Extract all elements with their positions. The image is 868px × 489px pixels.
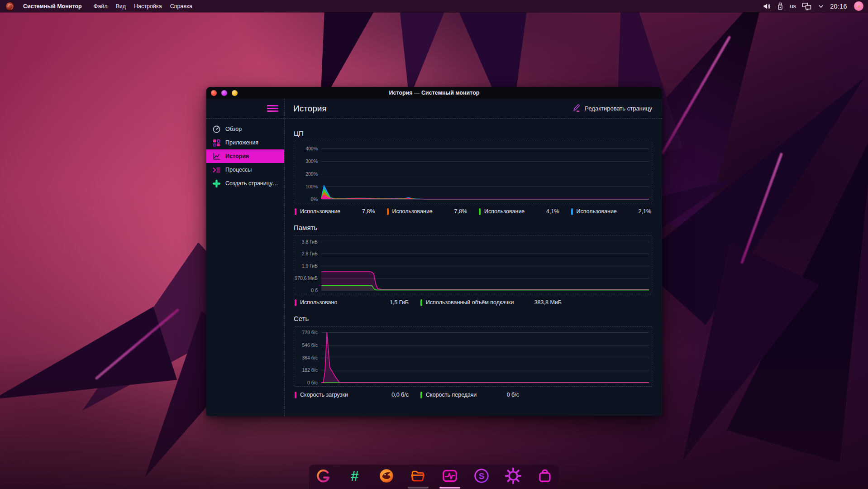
pencil-icon: [572, 104, 581, 114]
s-badge-icon: S: [473, 467, 490, 486]
distro-logo-icon[interactable]: [5, 2, 14, 11]
legend-value: 1,5 ГиБ: [385, 299, 409, 306]
gear-icon: [505, 467, 522, 486]
dragon-icon: [378, 467, 395, 486]
svg-text:S: S: [479, 471, 485, 481]
network-section-title: Сеть: [294, 315, 652, 322]
legend-swatch: [420, 392, 422, 398]
swirl-g-icon: [315, 467, 332, 486]
dock-active-indicator: [439, 487, 460, 489]
cpu-section-title: ЦП: [294, 129, 652, 137]
memory-legend: Использовано 1,5 ГиБ Использованный объё…: [295, 297, 651, 307]
legend-label: Использование: [577, 208, 617, 215]
cpu-history-chart: 400%300%200%100%0%: [294, 141, 652, 203]
sidebar: Обзор Приложения История: [206, 99, 284, 416]
process-list-icon: [212, 166, 221, 174]
line-chart-icon: [212, 152, 221, 161]
chart-plot: [294, 326, 652, 386]
legend-item: Использование 7,8%: [295, 208, 375, 215]
dock-item-hash-app[interactable]: #: [345, 467, 365, 487]
legend-value: 4,1%: [542, 208, 559, 215]
legend-swatch: [295, 208, 296, 215]
system-monitor-pulse-icon: [441, 467, 458, 486]
sidebar-item-label: Обзор: [225, 126, 242, 132]
sidebar-item-label: Создать страницу…: [225, 180, 278, 187]
legend-item: Использование 7,8%: [387, 208, 467, 215]
menu-view[interactable]: Вид: [111, 3, 130, 10]
history-page-content: ЦП 400%300%200%100%0% Использование 7,8%…: [285, 119, 662, 400]
legend-value: 2,1%: [634, 208, 652, 215]
legend-swatch: [571, 208, 573, 215]
legend-item: Использованный объём подкачки 383,8 МиБ: [420, 299, 562, 306]
window-titlebar[interactable]: История — Системный монитор: [206, 87, 662, 99]
network-legend: Скорость загрузки 0,0 б/с Скорость перед…: [295, 390, 651, 400]
legend-value: 0,0 б/с: [387, 392, 409, 398]
sidebar-toggle-button[interactable]: [267, 104, 278, 114]
keyboard-layout-indicator[interactable]: us: [790, 3, 796, 10]
dock-item-swirl-app[interactable]: [313, 467, 333, 487]
legend-swatch: [420, 299, 422, 306]
legend-label: Скорость передачи: [426, 392, 477, 398]
menu-settings[interactable]: Настройка: [130, 3, 166, 10]
dock-item-app-store[interactable]: [535, 467, 555, 487]
sidebar-item-processes[interactable]: Процессы: [206, 163, 284, 177]
legend-swatch: [295, 392, 296, 398]
legend-label: Использование: [484, 208, 525, 215]
legend-label: Использовано: [300, 299, 337, 306]
sidebar-item-create-page[interactable]: Создать страницу…: [206, 177, 284, 190]
legend-item: Использование 4,1%: [479, 208, 559, 215]
legend-label: Использование: [300, 208, 340, 215]
legend-label: Использованный объём подкачки: [426, 299, 514, 306]
legend-value: 7,8%: [450, 208, 467, 215]
legend-item: Скорость передачи 0 б/с: [420, 392, 519, 398]
sidebar-item-history[interactable]: История: [206, 149, 284, 163]
main-panel: История Редактировать страницу ЦП 400%30…: [284, 99, 662, 416]
volume-icon[interactable]: [763, 2, 771, 10]
menu-app-name[interactable]: Системный Монитор: [19, 3, 86, 10]
clock[interactable]: 20:16: [830, 3, 847, 10]
legend-item: Использование 2,1%: [571, 208, 652, 215]
page-title: История: [293, 104, 327, 114]
edit-page-button[interactable]: Редактировать страницу: [569, 102, 655, 115]
dock-item-system-monitor[interactable]: [440, 467, 460, 487]
legend-item: Скорость загрузки 0,0 б/с: [295, 392, 409, 398]
cpu-legend: Использование 7,8% Использование 7,8% Ис…: [295, 206, 651, 216]
menu-file[interactable]: Файл: [90, 3, 112, 10]
legend-swatch: [387, 208, 389, 215]
apps-grid-icon: [212, 139, 221, 147]
sidebar-item-applications[interactable]: Приложения: [206, 136, 284, 149]
chart-plot: [294, 141, 652, 203]
dock-item-dragon-browser[interactable]: [377, 467, 396, 487]
chart-plot: [294, 235, 652, 294]
sidebar-item-label: Процессы: [225, 167, 252, 173]
dock: # S: [309, 465, 559, 489]
legend-value: 383,8 МиБ: [530, 299, 562, 306]
legend-swatch: [295, 299, 296, 306]
dock-item-s-app[interactable]: S: [472, 467, 491, 487]
display-settings-icon[interactable]: [802, 2, 812, 10]
sidebar-item-label: История: [225, 153, 249, 159]
legend-label: Скорость загрузки: [300, 392, 348, 398]
legend-swatch: [479, 208, 481, 215]
user-avatar[interactable]: a: [854, 1, 863, 11]
chevron-down-icon[interactable]: [818, 3, 824, 10]
memory-history-chart: 3,8 ГиБ2,8 ГиБ1,9 ГиБ970,6 МиБ0 б: [294, 235, 652, 294]
removable-device-icon[interactable]: [777, 2, 784, 10]
window-title: История — Системный монитор: [206, 90, 662, 96]
menu-help[interactable]: Справка: [166, 3, 196, 10]
gauge-icon: [212, 125, 221, 134]
shopping-bag-icon: [536, 467, 553, 486]
svg-text:#: #: [351, 468, 359, 484]
dock-item-settings[interactable]: [503, 467, 523, 487]
global-menu-bar: Системный Монитор Файл Вид Настройка Спр…: [0, 0, 868, 12]
legend-value: 7,8%: [358, 208, 375, 215]
legend-item: Использовано 1,5 ГиБ: [295, 299, 409, 306]
sidebar-item-overview[interactable]: Обзор: [206, 122, 284, 136]
plus-icon: [212, 179, 221, 188]
sidebar-item-label: Приложения: [225, 139, 258, 146]
memory-section-title: Память: [294, 224, 652, 231]
dock-item-file-manager[interactable]: [408, 467, 428, 487]
dock-running-indicator: [408, 487, 429, 489]
system-monitor-window: История — Системный монитор Обзор: [206, 87, 662, 416]
legend-label: Использование: [392, 208, 433, 215]
